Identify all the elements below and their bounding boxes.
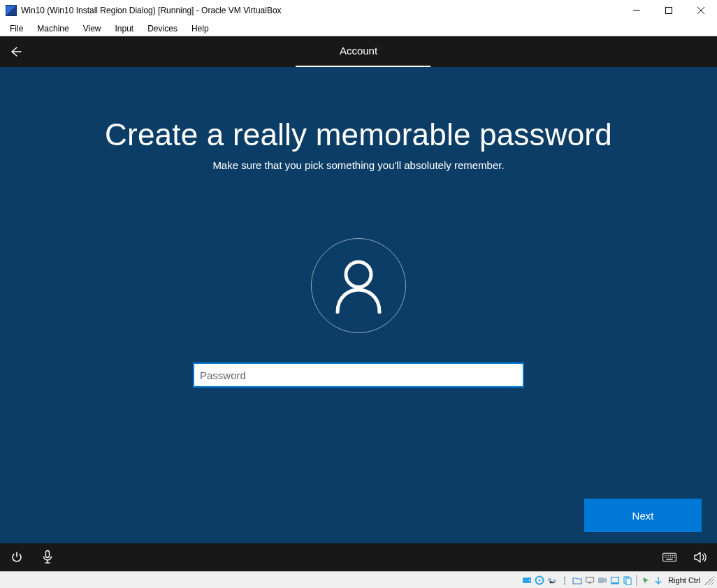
- svg-point-9: [668, 555, 669, 556]
- status-mouse-integration-icon[interactable]: [640, 575, 651, 586]
- minimize-button[interactable]: [621, 0, 653, 21]
- svg-rect-29: [598, 578, 604, 583]
- power-icon[interactable]: [10, 550, 24, 564]
- svg-rect-33: [626, 578, 631, 585]
- page-subtitle: Make sure that you pick something you'll…: [0, 159, 717, 171]
- svg-point-21: [529, 580, 530, 581]
- status-net-icon[interactable]: [546, 575, 558, 586]
- user-icon: [333, 258, 384, 314]
- virtualbox-app-icon: [6, 5, 17, 16]
- svg-rect-27: [586, 577, 594, 582]
- svg-point-26: [564, 582, 566, 585]
- svg-point-23: [539, 579, 541, 581]
- menu-view[interactable]: View: [78, 22, 107, 35]
- svg-rect-1: [666, 8, 672, 14]
- volume-icon[interactable]: [693, 550, 707, 564]
- host-titlebar: Win10 (Win10 Install Region Dialog) [Run…: [0, 0, 717, 21]
- user-avatar-placeholder: [311, 238, 406, 333]
- close-button[interactable]: [685, 0, 717, 21]
- window-controls: [621, 0, 717, 21]
- keyboard-icon[interactable]: [662, 550, 676, 564]
- status-record-icon[interactable]: [597, 575, 608, 586]
- status-usb-icon[interactable]: [559, 575, 570, 586]
- resize-grip-icon[interactable]: [704, 575, 714, 585]
- svg-point-17: [672, 557, 673, 557]
- svg-point-15: [668, 557, 669, 557]
- menu-help[interactable]: Help: [186, 22, 215, 35]
- dictation-icon[interactable]: [41, 550, 55, 564]
- status-video-capture-icon[interactable]: [609, 575, 621, 586]
- svg-point-10: [670, 555, 671, 556]
- status-hdd-icon[interactable]: [521, 575, 533, 586]
- svg-rect-30: [611, 577, 619, 582]
- header-tab-account: Account: [296, 36, 421, 67]
- password-field-wrap: [0, 362, 717, 388]
- menu-input[interactable]: Input: [110, 22, 140, 35]
- guest-display: Account Create a really memorable passwo…: [0, 36, 717, 571]
- svg-rect-28: [588, 582, 591, 584]
- svg-point-16: [670, 557, 671, 557]
- svg-rect-25: [553, 580, 556, 582]
- status-shared-folder-icon[interactable]: [572, 575, 583, 586]
- window-title: Win10 (Win10 Install Region Dialog) [Run…: [21, 6, 282, 15]
- password-input[interactable]: [193, 362, 524, 388]
- status-display-icon[interactable]: [584, 575, 595, 586]
- status-clipboard-icon[interactable]: [622, 575, 633, 586]
- oobe-body: Create a really memorable password Make …: [0, 67, 717, 543]
- maximize-button[interactable]: [653, 0, 685, 21]
- svg-point-12: [674, 555, 675, 556]
- menu-devices[interactable]: Devices: [142, 22, 183, 35]
- back-button[interactable]: [0, 36, 31, 67]
- svg-point-14: [667, 557, 667, 557]
- svg-point-11: [672, 555, 673, 556]
- svg-point-7: [665, 555, 665, 556]
- menu-file[interactable]: File: [4, 22, 29, 35]
- svg-point-8: [667, 555, 667, 556]
- host-statusbar: Right Ctrl: [0, 571, 717, 588]
- svg-rect-19: [666, 559, 672, 559]
- svg-rect-24: [548, 578, 551, 581]
- header-tab-label: Account: [296, 36, 421, 66]
- page-title: Create a really memorable password: [0, 67, 717, 152]
- host-key-indicator: Right Ctrl: [665, 576, 703, 585]
- status-drag-drop-icon[interactable]: [653, 575, 664, 586]
- oobe-footer: [0, 543, 717, 571]
- next-button-area: Next: [584, 499, 702, 532]
- svg-rect-31: [611, 582, 619, 584]
- svg-point-4: [346, 262, 371, 287]
- svg-point-18: [674, 557, 675, 557]
- next-button[interactable]: Next: [584, 499, 702, 532]
- status-disc-icon[interactable]: [534, 575, 545, 586]
- oobe-header: Account: [0, 36, 717, 67]
- svg-point-13: [665, 557, 665, 557]
- host-menubar: File Machine View Input Devices Help: [0, 21, 717, 36]
- svg-rect-5: [46, 551, 50, 558]
- menu-machine[interactable]: Machine: [31, 22, 74, 35]
